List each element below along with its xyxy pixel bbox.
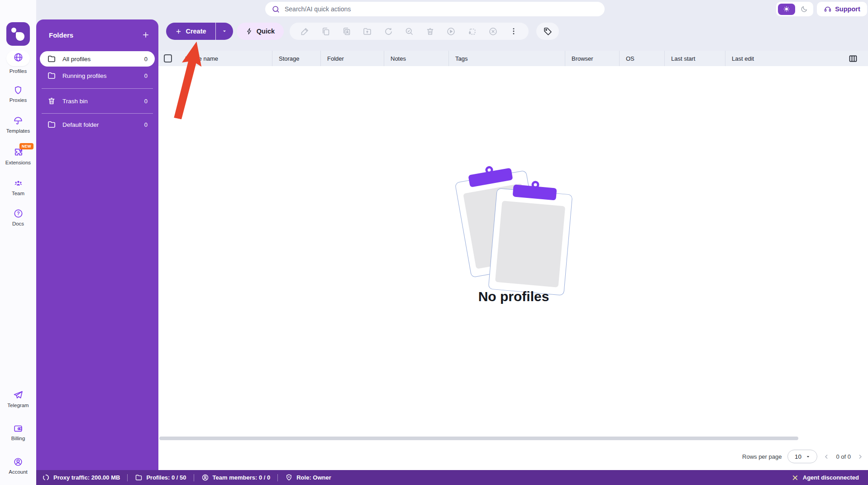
divider — [42, 113, 153, 114]
sidebar-item-label: Account — [0, 469, 36, 475]
person-icon — [0, 457, 36, 467]
search-icon — [272, 5, 280, 14]
sidebar-item-team[interactable]: Team — [0, 178, 36, 196]
column-header-last-edit[interactable]: Last edit — [725, 51, 806, 66]
person-icon — [201, 474, 209, 481]
column-header-os[interactable]: OS — [619, 51, 664, 66]
help-icon: ? — [0, 208, 36, 219]
refresh-icon[interactable] — [384, 27, 393, 36]
empty-state-title: No profiles — [430, 289, 597, 304]
sidebar-item-billing[interactable]: Billing — [0, 423, 36, 441]
folders-panel: Folders All profiles 0 Running profiles … — [36, 19, 158, 470]
divider — [277, 474, 278, 481]
logo-dot — [11, 28, 16, 33]
active-nav-pill — [6, 51, 30, 66]
select-icon[interactable] — [467, 27, 477, 36]
folder-icon — [47, 71, 56, 80]
folders-title: Folders — [49, 31, 73, 39]
headset-icon — [824, 5, 832, 13]
search-bar[interactable] — [265, 2, 605, 16]
proxy-traffic-status: Proxy traffic: 200.00 MB — [42, 474, 120, 481]
next-page-button[interactable] — [857, 453, 863, 460]
sidebar-item-proxies[interactable]: Proxies — [0, 85, 36, 103]
status-bar: Proxy traffic: 200.00 MB Profiles: 0 / 5… — [36, 470, 868, 485]
folder-item-count: 0 — [144, 72, 148, 79]
dark-theme-button[interactable] — [797, 4, 811, 15]
column-header-storage[interactable]: Storage — [272, 51, 320, 66]
tags-button[interactable] — [536, 23, 559, 40]
column-header-notes[interactable]: Notes — [384, 51, 448, 66]
more-icon[interactable] — [509, 27, 518, 36]
tag-icon — [543, 27, 553, 36]
folder-item-count: 0 — [144, 121, 148, 128]
sidebar-item-profiles[interactable]: Profiles — [0, 51, 36, 74]
create-button-group: Create — [166, 23, 233, 40]
logo-blob — [16, 32, 24, 41]
clipboard-clip — [513, 184, 557, 200]
bolt-icon — [246, 28, 253, 35]
sidebar-item-extensions[interactable]: NEW Extensions — [0, 147, 36, 165]
sidebar-item-account[interactable]: Account — [0, 457, 36, 475]
agent-status-text: Agent disconnected — [803, 474, 859, 481]
folder-item-all-profiles[interactable]: All profiles 0 — [40, 51, 155, 67]
folder-item-trash-bin[interactable]: Trash bin 0 — [40, 93, 155, 109]
quick-button[interactable]: Quick — [237, 23, 284, 40]
divider — [42, 88, 153, 89]
profile-actions-toolbar — [290, 23, 529, 40]
edit-icon[interactable] — [300, 27, 310, 36]
sidebar-item-templates[interactable]: Templates — [0, 116, 36, 134]
empty-state: No profiles — [430, 168, 597, 308]
moon-icon — [801, 5, 808, 13]
cancel-icon[interactable] — [488, 27, 498, 36]
column-header-browser[interactable]: Browser — [565, 51, 619, 66]
horizontal-scrollbar[interactable] — [159, 437, 798, 440]
sidebar-item-telegram[interactable]: Telegram — [0, 389, 36, 408]
clone-profile-icon[interactable] — [342, 27, 351, 36]
folder-item-label: Default folder — [62, 121, 99, 128]
sidebar-item-label: Profiles — [0, 68, 36, 74]
wallet-icon — [0, 423, 36, 433]
folder-item-label: All profiles — [62, 56, 91, 62]
folder-icon — [47, 54, 56, 63]
check-proxy-icon[interactable] — [405, 27, 414, 36]
move-to-folder-icon[interactable] — [362, 27, 372, 36]
folder-item-running-profiles[interactable]: Running profiles 0 — [40, 68, 155, 83]
column-header-last-start[interactable]: Last start — [664, 51, 725, 66]
search-input[interactable] — [285, 5, 598, 13]
sidebar-item-label: Telegram — [0, 403, 36, 408]
sidebar-item-label: Proxies — [0, 97, 36, 103]
divider — [127, 474, 128, 481]
left-nav-rail: Profiles Proxies Templates NEW Extension… — [0, 0, 36, 485]
create-button[interactable]: Create — [166, 23, 215, 40]
add-folder-button[interactable] — [139, 29, 152, 41]
team-members-text: Team members: 0 / 0 — [213, 474, 271, 481]
app-logo[interactable] — [6, 22, 30, 46]
svg-text:?: ? — [17, 211, 19, 216]
create-dropdown-button[interactable] — [216, 23, 233, 40]
copy-icon[interactable] — [321, 27, 330, 36]
column-header-profile-name[interactable]: Profile name — [179, 51, 272, 66]
profiles-quota-status: Profiles: 0 / 50 — [135, 474, 186, 481]
column-header-tags[interactable]: Tags — [448, 51, 565, 66]
page-range: 0 of 0 — [836, 453, 851, 460]
previous-page-button[interactable] — [823, 453, 830, 460]
support-button[interactable]: Support — [817, 2, 867, 16]
umbrella-icon — [0, 116, 36, 126]
sidebar-item-docs[interactable]: ? Docs — [0, 208, 36, 226]
sidebar-item-label: Extensions — [0, 160, 36, 165]
rows-per-page-select[interactable]: 10 — [787, 450, 817, 463]
quick-label: Quick — [257, 28, 275, 35]
globe-icon — [13, 52, 24, 62]
shield-icon — [0, 85, 36, 95]
delete-icon[interactable] — [425, 27, 435, 36]
column-header-folder[interactable]: Folder — [320, 51, 384, 66]
rows-per-page-value: 10 — [795, 453, 801, 460]
sidebar-item-label: Docs — [0, 221, 36, 226]
columns-settings-icon[interactable] — [848, 54, 858, 63]
folder-item-default-folder[interactable]: Default folder 0 — [40, 117, 155, 132]
divider — [194, 474, 194, 481]
select-all-checkbox[interactable] — [164, 54, 172, 62]
start-icon[interactable] — [446, 27, 456, 36]
agent-status[interactable]: Agent disconnected — [792, 474, 859, 481]
light-theme-button[interactable] — [778, 4, 795, 15]
